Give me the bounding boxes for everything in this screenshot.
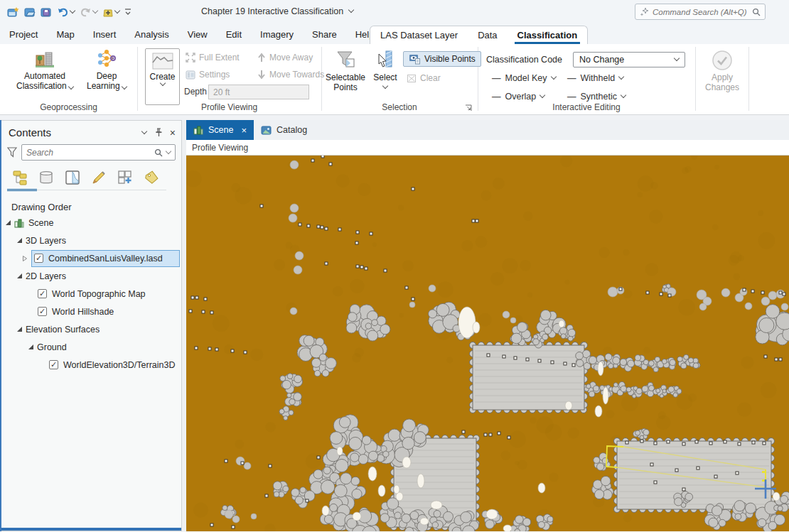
command-search-input[interactable]: [653, 8, 748, 16]
layer-checkbox[interactable]: ✓: [38, 307, 47, 316]
profile-chart-icon: [152, 53, 173, 70]
up-arrow-icon: [257, 53, 266, 63]
expander-expanded-icon[interactable]: [28, 344, 34, 350]
tree-item-ground[interactable]: Ground: [1, 338, 181, 356]
funnel-icon: [335, 48, 356, 72]
tree-item-elevation-surfaces[interactable]: Elevation Surfaces: [1, 320, 181, 338]
expander-expanded-icon[interactable]: [5, 219, 11, 226]
open-project-button[interactable]: [24, 6, 36, 18]
view-tab-scene[interactable]: Scene ×: [186, 120, 254, 140]
scene-canvas[interactable]: [186, 156, 789, 531]
ribbon-gap: [0, 115, 789, 120]
pin-icon[interactable]: [155, 128, 163, 137]
depth-input[interactable]: [208, 85, 309, 99]
add-item-button[interactable]: [102, 6, 119, 18]
tree-item-world-hillshade[interactable]: ✓World Hillshade: [1, 303, 181, 320]
layer-checkbox[interactable]: ✓: [34, 254, 43, 263]
search-icon: [154, 148, 163, 157]
profile-settings-button[interactable]: Settings: [186, 70, 230, 80]
close-pane-icon[interactable]: ×: [170, 127, 176, 139]
tab-data[interactable]: Data: [468, 26, 507, 44]
tab-analysis[interactable]: Analysis: [125, 24, 178, 44]
redo-button[interactable]: [80, 7, 97, 18]
model-key-flag-dropdown[interactable]: — Model Key: [492, 73, 556, 83]
synthetic-flag-dropdown[interactable]: — Synthetic: [567, 92, 626, 102]
expander-collapsed-icon[interactable]: [22, 255, 28, 262]
down-arrow-icon: [257, 70, 266, 80]
title-bar: Chapter 19 Interactive Classification: [0, 0, 789, 24]
list-by-selection-icon[interactable]: [64, 169, 81, 186]
flag-state-icon: —: [567, 92, 576, 102]
tree-item-combinedsanluisvalley-lasd[interactable]: ✓CombinedSanLuisValley.lasd: [1, 249, 181, 267]
apply-changes-button[interactable]: Apply Changes: [699, 48, 746, 92]
tab-edit[interactable]: Edit: [217, 24, 251, 44]
tree-item-world-topographic-map[interactable]: ✓World Topographic Map: [1, 285, 181, 303]
selection-dialog-launcher[interactable]: [464, 104, 473, 112]
tree-item-worldelevation3d-terrain3d[interactable]: ✓WorldElevation3D/Terrain3D: [1, 356, 181, 374]
view-tab-catalog[interactable]: Catalog: [254, 120, 314, 140]
quick-access-toolbar: [0, 6, 132, 18]
list-by-labeling-icon[interactable]: [117, 169, 134, 186]
filter-icon[interactable]: [7, 147, 17, 158]
group-divider: [748, 47, 749, 111]
automated-classification-button[interactable]: Automated Classification: [10, 47, 80, 91]
layer-label: Elevation Surfaces: [26, 325, 100, 335]
select-button[interactable]: Select: [369, 48, 402, 88]
contents-view-toolbar: [1, 161, 166, 190]
tab-share[interactable]: Share: [303, 24, 346, 44]
expander-expanded-icon[interactable]: [16, 273, 23, 279]
tab-imagery[interactable]: Imagery: [251, 24, 303, 44]
list-by-data-source-icon[interactable]: [38, 169, 55, 186]
deep-learning-icon: [96, 47, 117, 71]
layer-label: 2D Layers: [26, 271, 66, 281]
apply-check-icon: [711, 48, 734, 72]
ribbon: Automated Classification Deep Learning G…: [0, 44, 789, 115]
undo-button[interactable]: [57, 7, 75, 18]
depth-label: Depth: [184, 87, 207, 97]
expander-expanded-icon[interactable]: [16, 326, 23, 332]
list-by-editing-icon[interactable]: [90, 169, 107, 186]
tree-item-2d-layers[interactable]: 2D Layers: [1, 267, 181, 285]
tab-insert[interactable]: Insert: [84, 24, 126, 44]
selection-group-label: Selection: [321, 102, 478, 112]
list-by-labels-icon[interactable]: [143, 169, 160, 186]
pane-title: Contents: [9, 126, 142, 139]
expander-expanded-icon[interactable]: [16, 237, 23, 244]
visible-points-toggle[interactable]: Visible Points: [403, 51, 481, 67]
move-towards-button[interactable]: Move Towards: [257, 70, 324, 80]
overlap-flag-dropdown[interactable]: — Overlap: [492, 92, 544, 102]
layer-checkbox[interactable]: ✓: [38, 289, 47, 298]
clear-selection-button[interactable]: Clear: [407, 73, 441, 83]
layer-label: WorldElevation3D/Terrain3D: [63, 360, 175, 370]
full-extent-button[interactable]: Full Extent: [186, 53, 240, 63]
selectable-points-button[interactable]: Selectable Points: [324, 48, 367, 92]
tab-project[interactable]: Project: [0, 24, 47, 44]
scene-view: [186, 156, 789, 531]
save-project-button[interactable]: [41, 6, 52, 18]
deep-learning-button[interactable]: Deep Learning: [80, 47, 133, 91]
pane-menu-icon[interactable]: [141, 128, 147, 134]
group-divider: [137, 47, 138, 111]
map-viewport: Scene × Catalog Profile Viewing: [186, 120, 789, 531]
new-project-button[interactable]: [7, 6, 19, 18]
customize-qat-button[interactable]: [124, 8, 132, 16]
contents-search-input[interactable]: [26, 148, 151, 158]
list-by-drawing-order-icon[interactable]: [11, 169, 28, 186]
tab-las-dataset-layer[interactable]: LAS Dataset Layer: [370, 26, 468, 44]
layer-checkbox[interactable]: ✓: [49, 360, 58, 369]
withheld-flag-dropdown[interactable]: — Withheld: [567, 73, 623, 83]
command-search[interactable]: [635, 4, 766, 20]
tab-classification[interactable]: Classification: [508, 26, 588, 44]
move-away-button[interactable]: Move Away: [257, 53, 313, 63]
tab-map[interactable]: Map: [47, 24, 83, 44]
tree-item-3d-layers[interactable]: 3D Layers: [1, 232, 181, 249]
contents-search-box[interactable]: [21, 144, 176, 161]
project-title[interactable]: Chapter 19 Interactive Classification: [201, 6, 353, 16]
contextual-tab-group: LAS Dataset Layer Data Classification: [370, 26, 588, 44]
close-tab-icon[interactable]: ×: [241, 125, 247, 136]
tab-view[interactable]: View: [178, 24, 217, 44]
group-divider: [695, 47, 696, 111]
create-profile-button[interactable]: Create: [145, 48, 180, 105]
classification-code-dropdown[interactable]: No Change: [573, 52, 685, 67]
tree-item-scene[interactable]: Scene: [1, 214, 181, 232]
